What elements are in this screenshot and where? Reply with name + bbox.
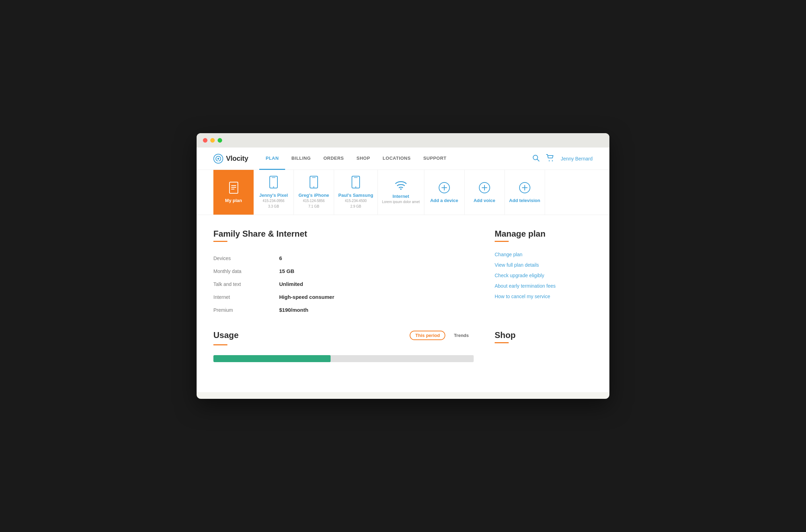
info-label-devices: Devices: [213, 256, 262, 261]
tab-add-device[interactable]: Add a device: [424, 170, 465, 215]
svg-point-3: [549, 160, 550, 161]
svg-rect-12: [310, 176, 318, 188]
nav-links: PLAN BILLING ORDERS SHOP LOCATIONS SUPPO…: [259, 148, 532, 170]
svg-rect-15: [352, 176, 360, 188]
browser-content: Vlocity PLAN BILLING ORDERS SHOP LOCATIO…: [197, 148, 609, 392]
add-device-icon: [438, 181, 451, 196]
link-termination[interactable]: About early termination fees: [495, 283, 593, 289]
nav-link-orders[interactable]: ORDERS: [317, 148, 350, 170]
add-voice-icon: [478, 181, 491, 196]
tab-add-voice[interactable]: Add voice: [465, 170, 505, 215]
tab-add-voice-label: Add voice: [474, 198, 495, 203]
add-television-icon: [518, 181, 531, 196]
plan-icon: [228, 181, 239, 196]
logo-text: Vlocity: [226, 154, 248, 163]
tab-gregs-iphone-label: Greg's iPhone: [298, 193, 329, 198]
link-cancel[interactable]: How to cancel my service: [495, 294, 593, 299]
content-grid: Family Share & Internet Devices 6 Monthl…: [213, 229, 593, 316]
traffic-light-red[interactable]: [203, 138, 207, 143]
tab-jenny-pixel[interactable]: Jenny's Pixel 415-234-0956 3.3 GB: [254, 170, 294, 215]
svg-point-18: [400, 188, 402, 190]
svg-point-1: [218, 158, 219, 159]
tab-pauls-samsung-phone: 415-234-4500: [345, 199, 367, 203]
browser-chrome: [197, 133, 609, 148]
info-label-premium: Premium: [213, 307, 262, 313]
tab-gregs-iphone[interactable]: Greg's iPhone 415-124-5856 7.1 GB: [294, 170, 334, 215]
info-label-data: Monthly data: [213, 268, 262, 274]
manage-plan-title: Manage plan: [495, 229, 593, 239]
tab-jenny-pixel-data: 3.3 GB: [268, 204, 279, 209]
tab-pauls-samsung[interactable]: Paul's Samsung 415-234-4500 2.9 GB: [334, 170, 378, 215]
info-label-talk: Talk and text: [213, 281, 262, 287]
tab-add-device-label: Add a device: [430, 198, 458, 203]
tab-my-plan[interactable]: My plan: [213, 170, 254, 215]
usage-tab-trends[interactable]: Trends: [449, 331, 474, 339]
info-value-devices: 6: [279, 255, 282, 261]
nav-actions: Jenny Bernard: [532, 154, 593, 163]
plan-divider: [213, 241, 227, 242]
svg-rect-9: [270, 176, 277, 188]
info-row-devices: Devices 6: [213, 252, 474, 265]
main-content: Family Share & Internet Devices 6 Monthl…: [197, 215, 609, 376]
info-row-data: Monthly data 15 GB: [213, 265, 474, 278]
usage-section: Usage This period Trends: [213, 330, 474, 362]
tab-add-television-label: Add television: [509, 198, 540, 203]
main-nav: Vlocity PLAN BILLING ORDERS SHOP LOCATIO…: [197, 148, 609, 170]
nav-link-billing[interactable]: BILLING: [285, 148, 317, 170]
tab-gregs-iphone-phone: 415-124-5856: [303, 199, 325, 203]
info-value-internet: High-speed consumer: [279, 294, 334, 300]
link-change-plan[interactable]: Change plan: [495, 252, 593, 257]
manage-plan-divider: [495, 241, 509, 242]
info-value-premium: $190/month: [279, 307, 308, 313]
tab-my-plan-label: My plan: [225, 198, 242, 203]
manage-plan: Manage plan Change plan View full plan d…: [495, 229, 593, 316]
info-row-internet: Internet High-speed consumer: [213, 290, 474, 303]
nav-link-plan[interactable]: PLAN: [259, 148, 285, 170]
traffic-light-yellow[interactable]: [210, 138, 215, 143]
plan-title: Family Share & Internet: [213, 229, 474, 239]
usage-tab-this-period[interactable]: This period: [410, 331, 445, 340]
nav-link-locations[interactable]: LOCATIONS: [376, 148, 417, 170]
nav-link-shop[interactable]: SHOP: [350, 148, 376, 170]
traffic-light-green[interactable]: [218, 138, 222, 143]
info-row-talk: Talk and text Unlimited: [213, 278, 474, 290]
browser-window: Vlocity PLAN BILLING ORDERS SHOP LOCATIO…: [197, 133, 609, 399]
usage-tabs: This period Trends: [410, 331, 474, 340]
phone-icon-jenny: [269, 175, 278, 190]
svg-point-11: [273, 187, 274, 188]
link-upgrade[interactable]: Check upgrade eligibly: [495, 273, 593, 278]
shop-divider: [495, 342, 509, 343]
svg-point-14: [313, 187, 314, 188]
shop-title: Shop: [495, 330, 593, 340]
shop-section: Shop: [495, 330, 593, 362]
plan-info-table: Devices 6 Monthly data 15 GB Talk and te…: [213, 252, 474, 316]
usage-progress-bar: [213, 355, 331, 362]
info-value-talk: Unlimited: [279, 281, 303, 287]
tab-add-television[interactable]: Add television: [505, 170, 545, 215]
info-value-data: 15 GB: [279, 268, 294, 274]
search-icon[interactable]: [532, 154, 540, 163]
link-full-plan[interactable]: View full plan details: [495, 262, 593, 268]
nav-link-support[interactable]: SUPPORT: [417, 148, 453, 170]
phone-icon-paul: [351, 175, 360, 190]
usage-progress-bar-container: [213, 355, 474, 362]
manage-links: Change plan View full plan details Check…: [495, 252, 593, 299]
plan-details: Family Share & Internet Devices 6 Monthl…: [213, 229, 474, 316]
usage-title: Usage: [213, 330, 239, 340]
svg-point-4: [552, 160, 553, 161]
tab-internet-label: Internet: [393, 194, 409, 199]
info-label-internet: Internet: [213, 294, 262, 300]
tab-jenny-pixel-label: Jenny's Pixel: [259, 193, 288, 198]
cart-icon[interactable]: [546, 154, 554, 163]
tab-pauls-samsung-data: 2.9 GB: [350, 204, 361, 209]
tab-pauls-samsung-label: Paul's Samsung: [338, 193, 373, 198]
logo[interactable]: Vlocity: [213, 154, 248, 164]
wifi-icon: [395, 180, 407, 192]
device-tabs: My plan Jenny's Pixel 415-234-0956 3.3 G…: [197, 170, 609, 215]
bottom-grid: Usage This period Trends Shop: [213, 330, 593, 362]
nav-user[interactable]: Jenny Bernard: [561, 156, 593, 161]
info-row-premium: Premium $190/month: [213, 303, 474, 316]
phone-icon-greg: [309, 175, 318, 190]
tab-internet[interactable]: Internet Lorem ipsum dolor amet: [378, 170, 424, 215]
usage-divider: [213, 344, 227, 345]
